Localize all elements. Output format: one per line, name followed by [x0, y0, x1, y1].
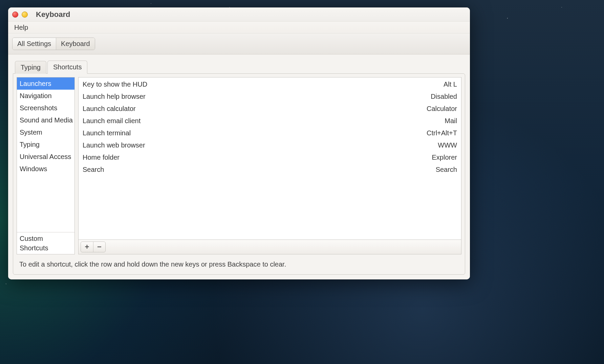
- shortcut-row[interactable]: Launch email client Mail: [79, 115, 461, 127]
- minus-icon: −: [97, 243, 102, 251]
- shortcut-label: Launch email client: [83, 116, 141, 126]
- category-item[interactable]: Windows: [17, 163, 74, 175]
- category-item[interactable]: Universal Access: [17, 151, 74, 163]
- shortcut-label: Search: [83, 165, 104, 174]
- titlebar[interactable]: Keyboard: [8, 7, 470, 22]
- shortcut-list[interactable]: Key to show the HUD Alt L Launch help br…: [78, 77, 461, 240]
- shortcut-row[interactable]: Launch calculator Calculator: [79, 103, 461, 115]
- shortcut-row[interactable]: Home folder Explorer: [79, 151, 461, 163]
- shortcut-row[interactable]: Launch terminal Ctrl+Alt+T: [79, 127, 461, 139]
- shortcuts-column: Key to show the HUD Alt L Launch help br…: [78, 77, 461, 254]
- menubar: Help: [8, 22, 470, 33]
- tab-shortcuts[interactable]: Shortcuts: [47, 61, 87, 74]
- shortcut-label: Launch calculator: [83, 104, 136, 113]
- shortcut-label: Key to show the HUD: [83, 79, 147, 89]
- shortcut-key[interactable]: Explorer: [432, 153, 457, 162]
- breadcrumb-all-settings[interactable]: All Settings: [13, 38, 56, 50]
- shortcut-key[interactable]: Mail: [445, 116, 457, 126]
- close-icon[interactable]: [12, 12, 18, 18]
- shortcut-key[interactable]: Disabled: [431, 92, 457, 101]
- shortcut-label: Launch help browser: [83, 92, 146, 101]
- breadcrumb-group: All Settings Keyboard: [12, 38, 95, 50]
- window-title: Keyboard: [36, 10, 70, 19]
- shortcut-label: Launch terminal: [83, 128, 131, 138]
- shortcut-row[interactable]: Key to show the HUD Alt L: [79, 78, 461, 90]
- category-item[interactable]: Navigation: [17, 90, 74, 102]
- hint-text: To edit a shortcut, click the row and ho…: [17, 254, 461, 271]
- shortcut-row[interactable]: Launch web browser WWW: [79, 139, 461, 151]
- panes: Launchers Navigation Screenshots Sound a…: [17, 77, 461, 254]
- add-shortcut-button[interactable]: +: [81, 242, 93, 252]
- keyboard-settings-window: Keyboard Help All Settings Keyboard Typi…: [8, 7, 470, 279]
- window-buttons: [12, 12, 28, 18]
- category-item[interactable]: Typing: [17, 138, 74, 151]
- shortcut-key[interactable]: Alt L: [444, 79, 457, 89]
- notebook-tabs: Typing Shortcuts: [13, 60, 465, 73]
- menu-help[interactable]: Help: [12, 23, 30, 32]
- add-remove-toolbar: + −: [78, 240, 461, 254]
- shortcut-key[interactable]: Calculator: [427, 104, 457, 113]
- tab-typing[interactable]: Typing: [15, 61, 46, 74]
- minimize-icon[interactable]: [22, 12, 28, 18]
- remove-shortcut-button[interactable]: −: [93, 242, 105, 252]
- breadcrumb: All Settings Keyboard: [8, 33, 470, 54]
- shortcut-key[interactable]: Ctrl+Alt+T: [427, 128, 457, 138]
- category-list[interactable]: Launchers Navigation Screenshots Sound a…: [17, 77, 75, 254]
- category-list-main: Launchers Navigation Screenshots Sound a…: [17, 77, 74, 232]
- breadcrumb-keyboard[interactable]: Keyboard: [56, 38, 95, 50]
- shortcut-label: Home folder: [83, 153, 120, 162]
- shortcut-key[interactable]: Search: [436, 165, 457, 174]
- add-remove-group: + −: [81, 242, 106, 252]
- notebook-page-shortcuts: Launchers Navigation Screenshots Sound a…: [13, 73, 465, 275]
- shortcut-label: Launch web browser: [83, 140, 145, 150]
- shortcut-row[interactable]: Launch help browser Disabled: [79, 90, 461, 103]
- shortcut-key[interactable]: WWW: [438, 140, 457, 150]
- category-item[interactable]: Sound and Media: [17, 114, 74, 126]
- plus-icon: +: [85, 243, 89, 251]
- category-item[interactable]: Launchers: [17, 77, 74, 90]
- window-body: Typing Shortcuts Launchers Navigation Sc…: [8, 54, 470, 279]
- shortcut-row[interactable]: Search Search: [79, 163, 461, 176]
- category-item[interactable]: System: [17, 126, 74, 138]
- category-custom-shortcuts[interactable]: Custom Shortcuts: [17, 232, 74, 254]
- category-item[interactable]: Screenshots: [17, 102, 74, 114]
